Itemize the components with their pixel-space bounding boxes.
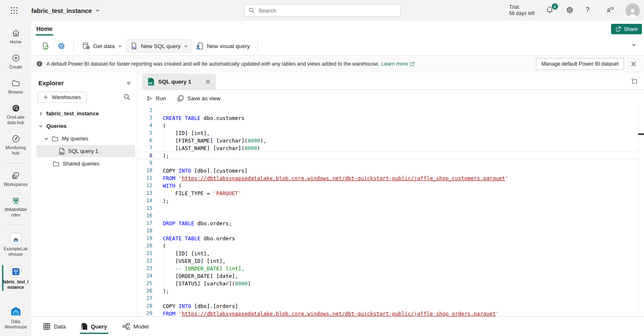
code-line-25[interactable]: 25 [STATUS] [varchar](8000) [138, 280, 638, 287]
query-settings-button[interactable] [53, 39, 69, 53]
share-button[interactable]: Share [611, 24, 642, 34]
code-line-18[interactable]: 18 [138, 227, 638, 234]
rail-item-create[interactable]: Create [0, 51, 31, 72]
code-line-8[interactable]: 8); [138, 152, 638, 159]
code-line-24[interactable]: 24 [ORDER_DATE] [date], [138, 272, 638, 280]
line-number: 28 [138, 303, 152, 309]
code-line-19[interactable]: 19CREATE TABLE dbo.orders [138, 234, 638, 242]
code-line-4[interactable]: 4( [138, 122, 638, 129]
code-line-21[interactable]: 21 [ID] [int], [138, 249, 638, 257]
settings-button[interactable] [566, 6, 575, 15]
code-line-22[interactable]: 22 [USER_ID] [int], [138, 257, 638, 265]
rail-item-examplelakehouse[interactable]: ExampleLakehouse [0, 230, 31, 260]
ribbon-collapse-chevron[interactable] [631, 42, 636, 48]
tree-item-sql-query-1[interactable]: SQLSQL query 1 [37, 145, 135, 157]
rail-item-browse[interactable]: Browse [0, 76, 31, 97]
learn-more-link[interactable]: Learn more [381, 61, 415, 67]
code-text: [STATUS] [varchar](8000) [163, 280, 251, 287]
code-line-28[interactable]: 28COPY INTO [dbo].[orders] [138, 302, 638, 310]
chevron-right-icon[interactable] [38, 111, 43, 116]
collapse-explorer-icon[interactable]: « [127, 79, 131, 87]
scrollbar-cursor-mark [638, 133, 644, 135]
code-line-29[interactable]: 29FROM 'https://dbtlabsynapsedatalake.bl… [138, 310, 638, 316]
tree-item-queries[interactable]: Queries [37, 120, 135, 132]
code-text: CREATE TABLE dbo.customers [163, 115, 245, 121]
tab-home[interactable]: Home [35, 21, 54, 37]
view-tab-model[interactable]: Model [121, 317, 150, 336]
query-tab-bar: SQL SQL query 1 [138, 72, 644, 90]
help-button[interactable]: ? [586, 6, 595, 15]
rail-item-label: Home [10, 39, 21, 45]
line-number: 21 [138, 250, 152, 256]
workspace-name-menu[interactable]: fabric_test_instance [31, 7, 100, 14]
explorer-search-icon[interactable] [124, 94, 131, 101]
get-data-button[interactable]: Get data [78, 39, 126, 53]
rail-item-label: fabric_test_instance [3, 279, 29, 290]
line-number: 27 [138, 295, 152, 301]
tab-sql-query-1[interactable]: SQL SQL query 1 [142, 74, 216, 89]
rail-item-label: ExampleLakehouse [4, 246, 28, 257]
code-text: [ID] [int], [163, 250, 210, 257]
new-sql-query-button[interactable]: SQL New SQL query [126, 39, 192, 53]
code-line-10[interactable]: 10COPY INTO [dbo].[customers] [138, 167, 638, 174]
code-line-14[interactable]: 14); [138, 197, 638, 204]
code-line-11[interactable]: 11FROM 'https://dbtlabsynapsedatalake.bl… [138, 174, 638, 182]
rail-item-dbtlabsfabricdev[interactable]: dbtlabsfabricdev [0, 193, 31, 220]
code-line-15[interactable]: 15 [138, 204, 638, 212]
global-search[interactable] [244, 4, 401, 17]
code-text: ); [163, 198, 169, 204]
code-line-12[interactable]: 12WITH ( [138, 182, 638, 189]
new-visual-query-button[interactable]: New visual query [192, 39, 254, 53]
code-line-16[interactable]: 16 [138, 212, 638, 219]
manage-dataset-button[interactable]: Manage default Power BI dataset [536, 58, 624, 70]
get-data-label: Get data [93, 43, 115, 49]
save-as-view-button[interactable]: Save as view [177, 95, 221, 102]
line-number: 18 [138, 228, 152, 234]
tree-item-shared-queries[interactable]: Shared queries [37, 158, 135, 170]
rail-item-monitoringhub[interactable]: Monitoringhub [0, 132, 31, 158]
view-tab-query[interactable]: Query [80, 317, 109, 336]
toolbar-divider [73, 41, 74, 51]
banner-close-icon[interactable] [631, 61, 636, 67]
code-line-5[interactable]: 5 [ID] [int], [138, 129, 638, 137]
chevron-down-icon[interactable] [38, 124, 43, 129]
search-input[interactable] [258, 8, 396, 14]
feedback-button[interactable] [606, 6, 615, 15]
account-avatar[interactable] [626, 3, 640, 18]
code-line-17[interactable]: 17DROP TABLE dbo.orders; [138, 219, 638, 227]
rail-item-onelakedata-hub[interactable]: OneLakedata hub [0, 101, 31, 128]
sql-code-editor[interactable]: 23CREATE TABLE dbo.customers4(5 [ID] [in… [138, 107, 644, 316]
code-line-20[interactable]: 20( [138, 242, 638, 249]
line-number: 6 [138, 137, 152, 143]
code-line-3[interactable]: 3CREATE TABLE dbo.customers [138, 114, 638, 122]
code-line-7[interactable]: 7 [LAST_NAME] [varchar](8000) [138, 144, 638, 152]
code-line-9[interactable]: 9 [138, 159, 638, 167]
code-line-2[interactable]: 2 [138, 107, 638, 114]
notifications-button[interactable]: 2 [546, 6, 555, 15]
tree-item-fabric-test-instance[interactable]: fabric_test_instance [37, 107, 135, 120]
rail-item-datawarehouse[interactable]: DataWarehouse [0, 303, 31, 332]
rail-item-label: Create [9, 64, 23, 70]
code-line-27[interactable]: 27 [138, 295, 638, 302]
code-line-26[interactable]: 26); [138, 287, 638, 295]
rail-item-fabric-test-instance[interactable]: fabric_test_instance [0, 263, 31, 293]
code-line-13[interactable]: 13 FILE_TYPE = 'PARQUET' [138, 189, 638, 197]
querydoc-icon [81, 323, 88, 330]
view-tab-data[interactable]: Data [42, 317, 67, 336]
tree-item-my-queries[interactable]: My queries [37, 132, 135, 145]
visual-query-icon [196, 42, 204, 50]
refresh-button[interactable] [38, 39, 53, 53]
run-button[interactable]: Run [146, 95, 166, 102]
grid-icon [43, 323, 51, 330]
lakehouse-icon [10, 233, 22, 244]
app-launcher-icon[interactable] [7, 3, 21, 18]
editor-scrollbar[interactable] [638, 107, 644, 316]
code-line-6[interactable]: 6 [FIRST_NAME] [varchar](8000), [138, 137, 638, 144]
chevron-down-icon[interactable] [44, 136, 49, 141]
code-line-23[interactable]: 23 -- [ORDER_DATE] [int], [138, 265, 638, 272]
add-warehouses-button[interactable]: Warehouses [38, 92, 86, 103]
close-tab-icon[interactable] [205, 79, 211, 84]
copy-icon[interactable] [630, 77, 638, 85]
rail-item-home[interactable]: Home [0, 26, 31, 47]
rail-item-workspaces[interactable]: Workspaces [0, 168, 31, 190]
